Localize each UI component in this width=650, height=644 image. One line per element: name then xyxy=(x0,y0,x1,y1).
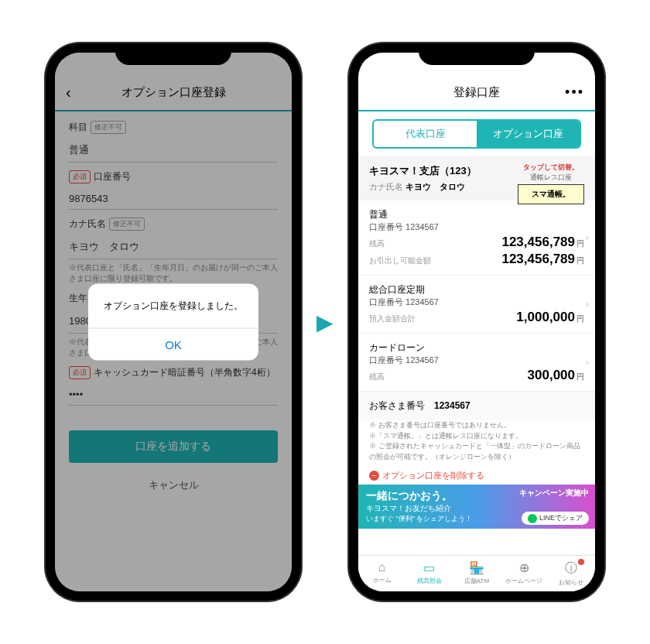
smart-tap-text: タップして切替。 xyxy=(518,163,584,173)
segment-control: 代表口座 オプション口座 xyxy=(372,119,581,149)
chevron-right-icon: › xyxy=(586,232,589,243)
chevron-right-icon: › xyxy=(586,357,589,368)
header: 登録口座 ••• xyxy=(358,74,595,111)
tab-notice[interactable]: ⓘお知らせ xyxy=(548,556,595,591)
tab-bar: ⌂ホーム ▭残高照会 🏪店舗ATM ⊕ホームページ ⓘお知らせ xyxy=(358,555,595,591)
promo-banner[interactable]: 一緒につかおう。 キヨスマ！お友だち紹介 いますぐ "便利" をシェアしよう！ … xyxy=(358,485,595,529)
banner-campaign: キャンペーン実施中 xyxy=(519,488,589,498)
smart-passbook-toggle[interactable]: タップして切替。 通帳レス口座 スマ通帳。 xyxy=(518,163,584,204)
kana-value: キヨウ タロウ xyxy=(405,182,465,191)
delete-option-account[interactable]: −オプション口座を削除する xyxy=(358,467,595,485)
account-list: 普通口座番号 1234567残高123,456,789円お引出し可能金額123,… xyxy=(358,200,595,392)
account-item[interactable]: 普通口座番号 1234567残高123,456,789円お引出し可能金額123,… xyxy=(358,200,595,276)
more-icon[interactable]: ••• xyxy=(565,84,584,101)
smart-sub-text: 通帳レス口座 xyxy=(518,173,584,183)
tab-homepage[interactable]: ⊕ホームページ xyxy=(501,556,548,591)
customer-number: お客さま番号 1234567 xyxy=(358,392,595,420)
globe-icon: ⊕ xyxy=(501,560,548,575)
alert-dialog: オプション口座を登録しました。 OK xyxy=(88,284,258,361)
screen-left: ‹ オプション口座登録 科目修正不可 普通 必須口座番号 9876543 カナ氏… xyxy=(55,53,292,591)
screen-right: 登録口座 ••• 代表口座 オプション口座 キヨスマ！支店（123） カナ氏名 … xyxy=(358,53,595,591)
notch xyxy=(419,43,535,65)
alert-ok-button[interactable]: OK xyxy=(88,328,258,361)
card-icon: ▭ xyxy=(405,560,453,575)
tab-atm[interactable]: 🏪店舗ATM xyxy=(453,556,500,591)
arrow-icon: ▶ xyxy=(316,310,334,335)
account-item[interactable]: 総合口座定期口座番号 1234567預入金額合計1,000,000円› xyxy=(358,276,595,334)
page-title: 登録口座 xyxy=(453,85,500,100)
content: 代表口座 オプション口座 キヨスマ！支店（123） カナ氏名 キヨウ タロウ タ… xyxy=(358,111,595,555)
phone-right: 登録口座 ••• 代表口座 オプション口座 キヨスマ！支店（123） カナ氏名 … xyxy=(349,43,604,601)
atm-icon: 🏪 xyxy=(453,560,500,575)
account-item[interactable]: カードローン口座番号 1234567残高300,000円› xyxy=(358,334,595,392)
notch xyxy=(115,43,231,65)
tab-home[interactable]: ⌂ホーム xyxy=(358,556,405,591)
line-icon xyxy=(528,514,537,523)
notification-dot xyxy=(578,559,584,565)
tab-balance[interactable]: ▭残高照会 xyxy=(405,556,453,591)
info-icon: ⓘ xyxy=(548,560,595,577)
customer-notes: ※ お客さま番号は口座番号ではありません。※「スマ通帳。」とは通帳レス口座になり… xyxy=(358,420,595,467)
alert-message: オプション口座を登録しました。 xyxy=(88,284,258,328)
minus-icon: − xyxy=(369,471,379,481)
chevron-right-icon: › xyxy=(586,299,589,310)
line-share-button[interactable]: LINEでシェア xyxy=(522,512,589,525)
account-header: キヨスマ！支店（123） カナ氏名 キヨウ タロウ タップして切替。 通帳レス口… xyxy=(358,156,595,200)
tab-option-account[interactable]: オプション口座 xyxy=(477,121,580,147)
phone-left: ‹ オプション口座登録 科目修正不可 普通 必須口座番号 9876543 カナ氏… xyxy=(46,43,301,601)
tab-main-account[interactable]: 代表口座 xyxy=(374,121,477,147)
home-icon: ⌂ xyxy=(358,560,405,574)
kana-label: カナ氏名 xyxy=(369,182,403,191)
